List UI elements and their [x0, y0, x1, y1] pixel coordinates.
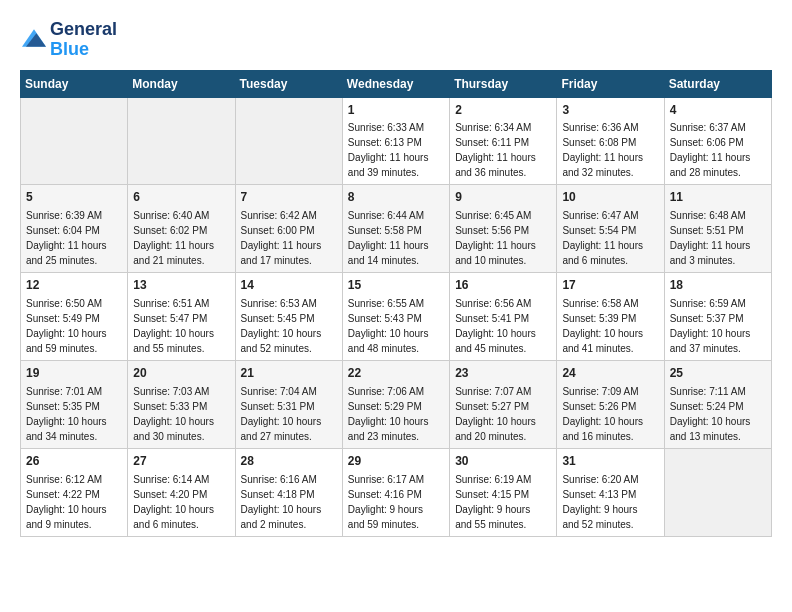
- day-info: Sunrise: 6:19 AM Sunset: 4:15 PM Dayligh…: [455, 474, 531, 530]
- day-number: 15: [348, 277, 444, 294]
- day-info: Sunrise: 6:42 AM Sunset: 6:00 PM Dayligh…: [241, 210, 322, 266]
- day-info: Sunrise: 6:59 AM Sunset: 5:37 PM Dayligh…: [670, 298, 751, 354]
- day-info: Sunrise: 6:55 AM Sunset: 5:43 PM Dayligh…: [348, 298, 429, 354]
- header-saturday: Saturday: [664, 70, 771, 97]
- day-info: Sunrise: 7:04 AM Sunset: 5:31 PM Dayligh…: [241, 386, 322, 442]
- day-info: Sunrise: 7:03 AM Sunset: 5:33 PM Dayligh…: [133, 386, 214, 442]
- calendar-cell: 8Sunrise: 6:44 AM Sunset: 5:58 PM Daylig…: [342, 185, 449, 273]
- calendar-cell: 23Sunrise: 7:07 AM Sunset: 5:27 PM Dayli…: [450, 360, 557, 448]
- day-info: Sunrise: 6:17 AM Sunset: 4:16 PM Dayligh…: [348, 474, 424, 530]
- day-info: Sunrise: 7:06 AM Sunset: 5:29 PM Dayligh…: [348, 386, 429, 442]
- day-number: 17: [562, 277, 658, 294]
- calendar-cell: 10Sunrise: 6:47 AM Sunset: 5:54 PM Dayli…: [557, 185, 664, 273]
- day-info: Sunrise: 6:51 AM Sunset: 5:47 PM Dayligh…: [133, 298, 214, 354]
- day-number: 28: [241, 453, 337, 470]
- day-info: Sunrise: 6:53 AM Sunset: 5:45 PM Dayligh…: [241, 298, 322, 354]
- calendar-cell: 2Sunrise: 6:34 AM Sunset: 6:11 PM Daylig…: [450, 97, 557, 185]
- calendar-cell: 6Sunrise: 6:40 AM Sunset: 6:02 PM Daylig…: [128, 185, 235, 273]
- day-number: 16: [455, 277, 551, 294]
- day-info: Sunrise: 7:01 AM Sunset: 5:35 PM Dayligh…: [26, 386, 107, 442]
- calendar-cell: 3Sunrise: 6:36 AM Sunset: 6:08 PM Daylig…: [557, 97, 664, 185]
- day-info: Sunrise: 6:12 AM Sunset: 4:22 PM Dayligh…: [26, 474, 107, 530]
- day-info: Sunrise: 6:20 AM Sunset: 4:13 PM Dayligh…: [562, 474, 638, 530]
- day-number: 30: [455, 453, 551, 470]
- day-number: 8: [348, 189, 444, 206]
- day-info: Sunrise: 6:39 AM Sunset: 6:04 PM Dayligh…: [26, 210, 107, 266]
- day-number: 14: [241, 277, 337, 294]
- calendar-cell: 4Sunrise: 6:37 AM Sunset: 6:06 PM Daylig…: [664, 97, 771, 185]
- calendar-cell: 9Sunrise: 6:45 AM Sunset: 5:56 PM Daylig…: [450, 185, 557, 273]
- day-info: Sunrise: 6:16 AM Sunset: 4:18 PM Dayligh…: [241, 474, 322, 530]
- day-number: 19: [26, 365, 122, 382]
- header-thursday: Thursday: [450, 70, 557, 97]
- header-tuesday: Tuesday: [235, 70, 342, 97]
- calendar-cell: 29Sunrise: 6:17 AM Sunset: 4:16 PM Dayli…: [342, 448, 449, 536]
- day-number: 6: [133, 189, 229, 206]
- day-number: 10: [562, 189, 658, 206]
- calendar-cell: 15Sunrise: 6:55 AM Sunset: 5:43 PM Dayli…: [342, 273, 449, 361]
- day-info: Sunrise: 6:40 AM Sunset: 6:02 PM Dayligh…: [133, 210, 214, 266]
- header-monday: Monday: [128, 70, 235, 97]
- calendar-cell: 13Sunrise: 6:51 AM Sunset: 5:47 PM Dayli…: [128, 273, 235, 361]
- day-number: 23: [455, 365, 551, 382]
- day-number: 29: [348, 453, 444, 470]
- calendar-cell: 27Sunrise: 6:14 AM Sunset: 4:20 PM Dayli…: [128, 448, 235, 536]
- day-info: Sunrise: 6:44 AM Sunset: 5:58 PM Dayligh…: [348, 210, 429, 266]
- calendar-cell: 22Sunrise: 7:06 AM Sunset: 5:29 PM Dayli…: [342, 360, 449, 448]
- day-number: 18: [670, 277, 766, 294]
- day-number: 21: [241, 365, 337, 382]
- calendar-cell: 28Sunrise: 6:16 AM Sunset: 4:18 PM Dayli…: [235, 448, 342, 536]
- calendar-cell: 26Sunrise: 6:12 AM Sunset: 4:22 PM Dayli…: [21, 448, 128, 536]
- calendar-header-row: SundayMondayTuesdayWednesdayThursdayFrid…: [21, 70, 772, 97]
- calendar-cell: 19Sunrise: 7:01 AM Sunset: 5:35 PM Dayli…: [21, 360, 128, 448]
- day-number: 13: [133, 277, 229, 294]
- day-number: 31: [562, 453, 658, 470]
- logo: General Blue: [20, 20, 117, 60]
- day-info: Sunrise: 7:09 AM Sunset: 5:26 PM Dayligh…: [562, 386, 643, 442]
- day-number: 22: [348, 365, 444, 382]
- week-row-1: 1Sunrise: 6:33 AM Sunset: 6:13 PM Daylig…: [21, 97, 772, 185]
- week-row-5: 26Sunrise: 6:12 AM Sunset: 4:22 PM Dayli…: [21, 448, 772, 536]
- day-info: Sunrise: 7:07 AM Sunset: 5:27 PM Dayligh…: [455, 386, 536, 442]
- week-row-4: 19Sunrise: 7:01 AM Sunset: 5:35 PM Dayli…: [21, 360, 772, 448]
- logo-icon: [22, 29, 46, 47]
- logo-line2: Blue: [50, 40, 117, 60]
- header-sunday: Sunday: [21, 70, 128, 97]
- calendar-cell: 5Sunrise: 6:39 AM Sunset: 6:04 PM Daylig…: [21, 185, 128, 273]
- day-info: Sunrise: 6:14 AM Sunset: 4:20 PM Dayligh…: [133, 474, 214, 530]
- header-wednesday: Wednesday: [342, 70, 449, 97]
- day-info: Sunrise: 6:50 AM Sunset: 5:49 PM Dayligh…: [26, 298, 107, 354]
- header-friday: Friday: [557, 70, 664, 97]
- day-number: 24: [562, 365, 658, 382]
- day-info: Sunrise: 6:47 AM Sunset: 5:54 PM Dayligh…: [562, 210, 643, 266]
- day-number: 25: [670, 365, 766, 382]
- day-number: 5: [26, 189, 122, 206]
- day-info: Sunrise: 6:56 AM Sunset: 5:41 PM Dayligh…: [455, 298, 536, 354]
- calendar-cell: 17Sunrise: 6:58 AM Sunset: 5:39 PM Dayli…: [557, 273, 664, 361]
- calendar-cell: 21Sunrise: 7:04 AM Sunset: 5:31 PM Dayli…: [235, 360, 342, 448]
- day-number: 2: [455, 102, 551, 119]
- calendar-cell: 11Sunrise: 6:48 AM Sunset: 5:51 PM Dayli…: [664, 185, 771, 273]
- calendar-cell: 18Sunrise: 6:59 AM Sunset: 5:37 PM Dayli…: [664, 273, 771, 361]
- calendar-cell: 14Sunrise: 6:53 AM Sunset: 5:45 PM Dayli…: [235, 273, 342, 361]
- day-number: 4: [670, 102, 766, 119]
- calendar-cell: 7Sunrise: 6:42 AM Sunset: 6:00 PM Daylig…: [235, 185, 342, 273]
- day-info: Sunrise: 6:33 AM Sunset: 6:13 PM Dayligh…: [348, 122, 429, 178]
- day-info: Sunrise: 6:45 AM Sunset: 5:56 PM Dayligh…: [455, 210, 536, 266]
- logo-line1: General: [50, 20, 117, 40]
- calendar-cell: 31Sunrise: 6:20 AM Sunset: 4:13 PM Dayli…: [557, 448, 664, 536]
- day-info: Sunrise: 6:36 AM Sunset: 6:08 PM Dayligh…: [562, 122, 643, 178]
- day-number: 12: [26, 277, 122, 294]
- day-number: 7: [241, 189, 337, 206]
- day-number: 1: [348, 102, 444, 119]
- day-number: 20: [133, 365, 229, 382]
- day-number: 3: [562, 102, 658, 119]
- calendar-cell: 1Sunrise: 6:33 AM Sunset: 6:13 PM Daylig…: [342, 97, 449, 185]
- day-number: 27: [133, 453, 229, 470]
- page-header: General Blue: [20, 20, 772, 60]
- calendar-cell: 16Sunrise: 6:56 AM Sunset: 5:41 PM Dayli…: [450, 273, 557, 361]
- calendar-cell: 30Sunrise: 6:19 AM Sunset: 4:15 PM Dayli…: [450, 448, 557, 536]
- calendar-cell: [664, 448, 771, 536]
- calendar-table: SundayMondayTuesdayWednesdayThursdayFrid…: [20, 70, 772, 537]
- week-row-2: 5Sunrise: 6:39 AM Sunset: 6:04 PM Daylig…: [21, 185, 772, 273]
